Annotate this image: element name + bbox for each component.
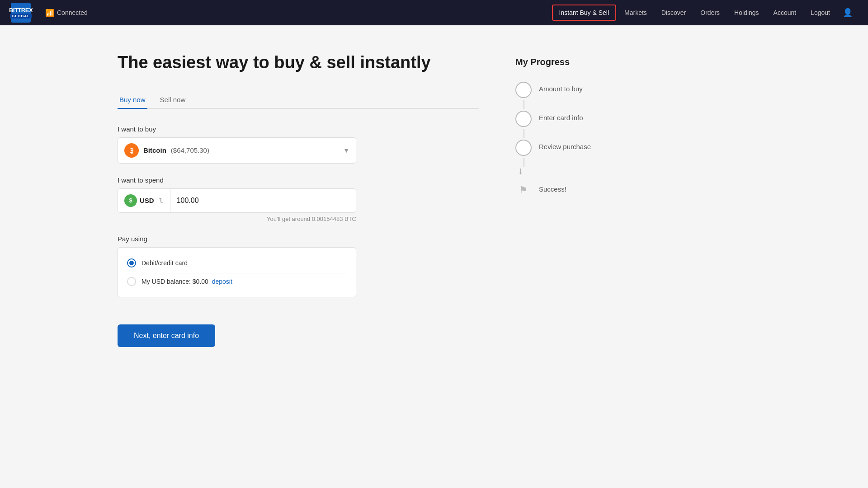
usd-balance-label: My USD balance: $0.00 deposit	[142, 278, 232, 285]
amount-input[interactable]	[170, 191, 356, 210]
progress-label-review: Review purchase	[539, 140, 591, 150]
usd-icon: $	[124, 194, 137, 207]
coin-price: ($64,705.30)	[171, 146, 209, 154]
nav-holdings[interactable]: Holdings	[728, 5, 765, 20]
radio-circle-usd	[127, 277, 136, 286]
bitcoin-icon: ₿	[124, 143, 139, 158]
logo-bottom-text: GLOBAL	[10, 14, 32, 19]
wifi-icon: 📶	[45, 9, 54, 17]
currency-chevron-icon: ⇅	[159, 197, 164, 204]
coin-select[interactable]: ₿ Bitcoin ($64,705.30) ▼	[118, 137, 356, 164]
left-panel: The easiest way to buy & sell instantly …	[118, 52, 479, 347]
progress-arrow: ↓	[515, 165, 633, 177]
spend-box: $ USD ⇅	[118, 188, 356, 213]
progress-enter-card-info: Enter card info	[515, 111, 633, 127]
progress-circle-amount	[515, 82, 532, 98]
progress-circle-card	[515, 111, 532, 127]
currency-code: USD	[140, 197, 154, 204]
progress-amount-to-buy: Amount to buy	[515, 82, 633, 98]
logo[interactable]: BITTREX GLOBAL	[11, 3, 31, 23]
progress-flag-icon: ⚑	[515, 182, 532, 198]
tabs: Buy now Sell now	[118, 91, 479, 109]
progress-label-success: Success!	[539, 182, 566, 193]
pay-using-section: Pay using Debit/credit card My USD balan…	[118, 235, 479, 297]
tab-sell-now[interactable]: Sell now	[158, 91, 188, 109]
pay-box: Debit/credit card My USD balance: $0.00 …	[118, 247, 356, 297]
progress-review-purchase: Review purchase	[515, 140, 633, 156]
nav-discover[interactable]: Discover	[655, 5, 692, 20]
radio-usd-balance[interactable]: My USD balance: $0.00 deposit	[127, 273, 347, 290]
want-to-buy-label: I want to buy	[118, 125, 479, 133]
debit-credit-label: Debit/credit card	[142, 259, 188, 267]
want-to-spend-label: I want to spend	[118, 176, 479, 184]
progress-title: My Progress	[515, 57, 633, 67]
coin-select-left: ₿ Bitcoin ($64,705.30)	[124, 143, 209, 158]
spend-section: I want to spend $ USD ⇅ You'll get aroun…	[118, 176, 479, 222]
progress-label-card: Enter card info	[539, 111, 583, 122]
main-content: The easiest way to buy & sell instantly …	[0, 25, 868, 374]
radio-debit-credit[interactable]: Debit/credit card	[127, 255, 347, 271]
btc-estimate: You'll get around 0.00154483 BTC	[118, 216, 356, 222]
buy-section: I want to buy ₿ Bitcoin ($64,705.30) ▼	[118, 125, 479, 164]
logo-top-text: BITTREX	[9, 7, 33, 14]
connected-label: Connected	[57, 9, 88, 16]
right-panel: My Progress Amount to buy Enter card inf…	[515, 52, 633, 347]
page-title: The easiest way to buy & sell instantly	[118, 52, 479, 73]
arrow-down-icon: ↓	[518, 165, 523, 176]
nav-instant-buy-sell[interactable]: Instant Buy & Sell	[552, 5, 617, 21]
progress-list: Amount to buy Enter card info Review pur…	[515, 82, 633, 198]
navbar: BITTREX GLOBAL 📶 Connected Instant Buy &…	[0, 0, 868, 25]
radio-circle-debit	[127, 258, 136, 267]
usd-balance-text: My USD balance: $0.00	[142, 278, 208, 285]
connection-status: 📶 Connected	[45, 9, 88, 17]
coin-name: Bitcoin	[143, 146, 166, 154]
progress-circle-review	[515, 140, 532, 156]
nav-account[interactable]: Account	[767, 5, 803, 20]
progress-success: ⚑ Success!	[515, 182, 633, 198]
nav-logout[interactable]: Logout	[804, 5, 836, 20]
pay-using-label: Pay using	[118, 235, 479, 243]
nav-markets[interactable]: Markets	[618, 5, 653, 20]
logo-box: BITTREX GLOBAL	[11, 3, 31, 23]
user-icon[interactable]: 👤	[838, 4, 857, 21]
nav-orders[interactable]: Orders	[694, 5, 726, 20]
currency-selector[interactable]: $ USD ⇅	[118, 189, 170, 212]
chevron-down-icon: ▼	[343, 147, 349, 154]
radio-inner-debit	[129, 261, 134, 265]
tab-buy-now[interactable]: Buy now	[118, 91, 147, 109]
deposit-link[interactable]: deposit	[212, 278, 232, 285]
next-enter-card-button[interactable]: Next, enter card info	[118, 324, 215, 347]
progress-label-amount: Amount to buy	[539, 82, 583, 93]
nav-links: Instant Buy & Sell Markets Discover Orde…	[552, 4, 857, 21]
